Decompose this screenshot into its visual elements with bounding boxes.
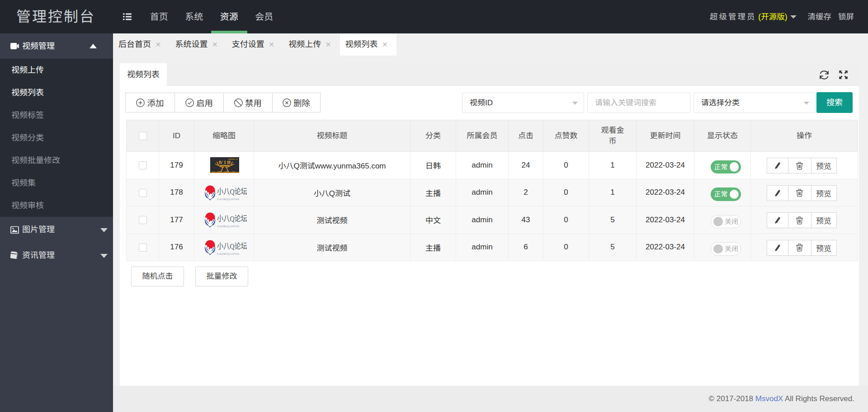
svg-text:XIAOBAQLUNTAN: XIAOBAQLUNTAN [217, 253, 240, 255]
svg-text:小八Q论坛: 小八Q论坛 [217, 239, 247, 252]
svg-text:小八Q论坛: 小八Q论坛 [217, 212, 247, 224]
svg-text:XIAOBAQLUNTAN: XIAOBAQLUNTAN [217, 198, 240, 200]
svg-text:V I P: V I P [219, 160, 230, 165]
svg-text:XIAOBAQLUNTAN: XIAOBAQLUNTAN [217, 225, 240, 228]
svg-text:小八Q论坛: 小八Q论坛 [217, 185, 247, 197]
